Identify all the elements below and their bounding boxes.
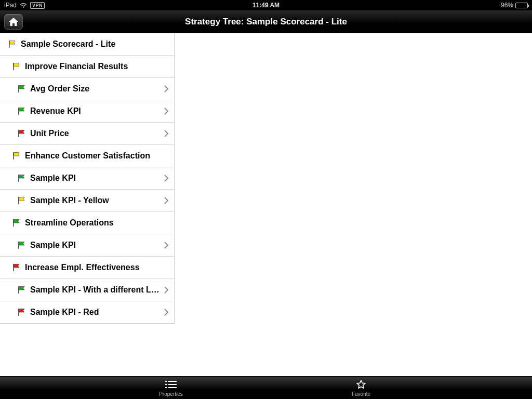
flag-icon xyxy=(17,84,27,94)
flag-icon xyxy=(17,285,27,295)
wifi-icon xyxy=(20,3,27,8)
svg-rect-14 xyxy=(168,381,177,382)
flag-icon xyxy=(7,39,18,49)
tree-row-label: Sample KPI xyxy=(30,241,174,250)
status-left: iPad VPN xyxy=(4,2,45,9)
tab-bar: Properties Favorite xyxy=(0,376,532,399)
nav-bar: Strategy Tree: Sample Scorecard - Lite xyxy=(0,10,532,33)
chevron-right-icon xyxy=(164,85,169,92)
tab-favorite[interactable]: Favorite xyxy=(341,377,381,399)
tree-row[interactable]: Sample KPI xyxy=(0,167,174,190)
tree-row-label: Streamline Operations xyxy=(25,218,174,228)
battery-icon xyxy=(515,3,528,8)
tree-row: Sample Scorecard - Lite xyxy=(0,33,174,56)
svg-rect-16 xyxy=(168,384,177,385)
tree-row[interactable]: Sample KPI xyxy=(0,234,174,257)
svg-rect-15 xyxy=(165,384,167,385)
status-right: 96% xyxy=(501,2,528,9)
svg-rect-18 xyxy=(168,387,177,388)
tree-row-label: Sample KPI xyxy=(30,174,174,183)
flag-icon xyxy=(17,308,27,317)
tree-row[interactable]: Sample KPI - With a different L… xyxy=(0,279,174,301)
device-label: iPad xyxy=(4,2,17,9)
tree-row[interactable]: Sample KPI - Red xyxy=(0,301,174,324)
chevron-right-icon xyxy=(164,286,169,294)
tree-row-label: Unit Price xyxy=(30,129,174,138)
chevron-right-icon xyxy=(164,175,169,182)
tree-row-label: Sample Scorecard - Lite xyxy=(21,39,174,49)
chevron-right-icon xyxy=(164,130,169,137)
tree-row: Enhance Customer Satisfaction xyxy=(0,145,174,167)
home-button[interactable] xyxy=(4,14,23,30)
flag-icon xyxy=(17,107,27,116)
tab-label: Properties xyxy=(159,391,183,397)
flag-icon xyxy=(11,62,22,71)
tab-properties[interactable]: Properties xyxy=(151,377,191,399)
flag-icon xyxy=(11,151,22,161)
svg-rect-13 xyxy=(165,381,167,382)
chevron-right-icon xyxy=(164,242,169,249)
tree-row: Increase Empl. Effectiveness xyxy=(0,257,174,279)
status-bar: iPad VPN 11:49 AM 96% xyxy=(0,0,532,10)
tree-row-label: Improve Financial Results xyxy=(25,62,174,71)
tree-row-label: Enhance Customer Satisfaction xyxy=(25,151,174,161)
flag-icon xyxy=(11,263,22,272)
tab-label: Favorite xyxy=(352,391,370,397)
flag-icon xyxy=(17,174,27,183)
chevron-right-icon xyxy=(164,108,169,115)
status-time: 11:49 AM xyxy=(252,2,280,9)
vpn-badge: VPN xyxy=(30,2,45,9)
tree-row-label: Sample KPI - Red xyxy=(30,308,174,317)
tree-row[interactable]: Sample KPI - Yellow xyxy=(0,190,174,212)
flag-icon xyxy=(11,218,22,228)
tree-row-label: Revenue KPI xyxy=(30,107,174,116)
home-icon xyxy=(8,17,19,26)
page-title: Strategy Tree: Sample Scorecard - Lite xyxy=(185,17,347,27)
tree-row[interactable]: Revenue KPI xyxy=(0,100,174,123)
flag-icon xyxy=(17,196,27,205)
content-area: Sample Scorecard - Lite Improve Financia… xyxy=(0,33,532,376)
chevron-right-icon xyxy=(164,197,169,204)
flag-icon xyxy=(17,129,27,138)
flag-icon xyxy=(17,241,27,250)
tree-row: Improve Financial Results xyxy=(0,56,174,78)
tree-row-label: Increase Empl. Effectiveness xyxy=(25,263,174,272)
tree-row-label: Sample KPI - With a different L… xyxy=(30,285,174,295)
svg-rect-17 xyxy=(165,387,167,388)
tree-row: Streamline Operations xyxy=(0,212,174,234)
tree-row[interactable]: Avg Order Size xyxy=(0,78,174,100)
tree-row[interactable]: Unit Price xyxy=(0,123,174,145)
tree-row-label: Avg Order Size xyxy=(30,84,174,94)
chevron-right-icon xyxy=(164,309,169,316)
tree-row-label: Sample KPI - Yellow xyxy=(30,196,174,205)
battery-percent: 96% xyxy=(501,2,513,9)
list-icon xyxy=(165,379,177,390)
star-icon xyxy=(356,379,366,390)
strategy-tree: Sample Scorecard - Lite Improve Financia… xyxy=(0,33,175,324)
